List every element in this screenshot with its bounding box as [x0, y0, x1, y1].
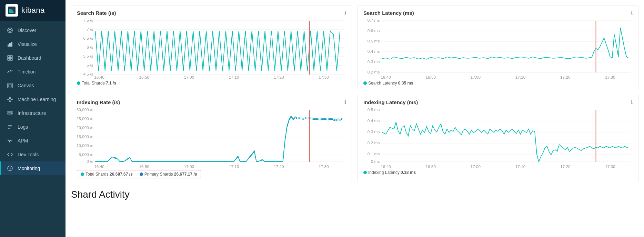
dev-tools-label: Dev Tools [18, 152, 39, 157]
search-rate-svg: 7.5 /s 7 /s 6.5 /s 6 /s 5.5 /s 5 /s 4.5 … [77, 17, 346, 79]
svg-text:16:50: 16:50 [425, 165, 436, 169]
svg-text:0.7 ms: 0.7 ms [368, 19, 380, 22]
svg-text:5.5 /s: 5.5 /s [83, 55, 93, 58]
search-latency-legend: Search Latency 0.35 ms [363, 81, 633, 86]
svg-text:17:00: 17:00 [471, 76, 481, 79]
svg-text:16:40: 16:40 [381, 76, 391, 79]
sidebar-item-canvas[interactable]: Canvas [0, 79, 66, 92]
svg-point-21 [8, 99, 9, 100]
svg-text:5,000 /s: 5,000 /s [79, 153, 93, 157]
svg-text:0.2 ms: 0.2 ms [368, 141, 380, 145]
sidebar-item-monitoring[interactable]: Monitoring [0, 161, 66, 175]
svg-point-4 [9, 29, 11, 31]
svg-text:17:00: 17:00 [471, 165, 481, 169]
timelion-label: Timelion [18, 69, 36, 75]
main-content: Search Rate (/s) ℹ 7.5 /s 7 /s 6.5 /s [66, 0, 644, 237]
svg-text:17:30: 17:30 [605, 165, 615, 169]
svg-text:17:20: 17:20 [274, 165, 284, 169]
search-latency-chart: 0.7 ms 0.6 ms 0.5 ms 0.4 ms 0.3 ms 0.2 m… [363, 17, 633, 79]
indexing-latency-panel: Indexing Latency (ms) ℹ 0.5 ms 0.4 ms 0.… [358, 95, 638, 182]
sidebar-item-visualize[interactable]: Visualize [0, 37, 66, 51]
svg-text:7.5 /s: 7.5 /s [83, 19, 93, 22]
svg-text:0.2 ms: 0.2 ms [368, 70, 380, 74]
sidebar-item-machine-learning[interactable]: Machine Learning [0, 92, 66, 106]
indexing-rate-legend: Total Shards 26,687.67 /s Primary Shards… [77, 170, 346, 178]
dev-tools-icon [7, 151, 13, 158]
svg-text:0.3 ms: 0.3 ms [368, 130, 380, 134]
indexing-latency-header: Indexing Latency (ms) ℹ [363, 99, 633, 105]
svg-rect-14 [8, 58, 10, 60]
svg-text:17:10: 17:10 [515, 165, 526, 169]
svg-text:17:00: 17:00 [184, 165, 194, 169]
svg-text:17:20: 17:20 [560, 76, 571, 79]
visualize-label: Visualize [18, 41, 37, 47]
dashboard-icon [7, 55, 13, 61]
search-latency-info-icon[interactable]: ℹ [631, 10, 633, 16]
indexing-rate-info-icon[interactable]: ℹ [344, 99, 346, 105]
sidebar-item-logs[interactable]: Logs [0, 120, 66, 134]
indexing-latency-legend: Indexing Latency 0.18 ms [363, 170, 633, 175]
indexing-latency-legend-item: Indexing Latency 0.18 ms [363, 170, 416, 175]
svg-text:20,000 /s: 20,000 /s [77, 126, 93, 130]
search-latency-panel: Search Latency (ms) ℹ 0.7 ms 0.6 ms 0.5 … [358, 6, 638, 89]
indexing-rate-chart: 30,000 /s 25,000 /s 20,000 /s 15,000 /s … [77, 107, 346, 169]
svg-text:16:40: 16:40 [381, 165, 391, 169]
search-rate-chart: 7.5 /s 7 /s 6.5 /s 6 /s 5.5 /s 5 /s 4.5 … [77, 17, 346, 79]
svg-text:17:30: 17:30 [605, 76, 615, 79]
svg-text:16:40: 16:40 [94, 76, 104, 79]
indexing-latency-info-icon[interactable]: ℹ [631, 99, 633, 105]
svg-rect-13 [10, 56, 12, 58]
svg-text:0.5 ms: 0.5 ms [368, 108, 380, 112]
svg-text:17:00: 17:00 [184, 76, 194, 79]
svg-text:0.1 ms: 0.1 ms [368, 152, 380, 156]
svg-text:17:20: 17:20 [274, 76, 284, 79]
monitoring-icon [7, 165, 13, 172]
machine-learning-icon [7, 96, 13, 103]
search-rate-legend-value: 7.1 /s [106, 81, 116, 86]
sidebar-item-dev-tools[interactable]: Dev Tools [0, 148, 66, 161]
svg-text:17:10: 17:10 [229, 76, 239, 79]
indexing-rate-header: Indexing Rate (/s) ℹ [77, 99, 346, 105]
indexing-rate-svg: 30,000 /s 25,000 /s 20,000 /s 15,000 /s … [77, 107, 346, 169]
canvas-label: Canvas [18, 83, 34, 88]
search-rate-info-icon[interactable]: ℹ [344, 10, 346, 16]
indexing-latency-dot [363, 171, 367, 174]
search-latency-legend-label: Search Latency [368, 81, 397, 86]
svg-text:4.5 /s: 4.5 /s [83, 72, 93, 76]
indexing-latency-title: Indexing Latency (ms) [363, 99, 418, 105]
shard-activity-title: Shard Activity [71, 188, 638, 200]
indexing-rate-panel: Indexing Rate (/s) ℹ 30,000 /s 25,000 /s [71, 95, 352, 182]
search-rate-title: Search Rate (/s) [77, 10, 116, 16]
search-rate-dot [77, 81, 80, 85]
svg-rect-12 [8, 56, 10, 58]
svg-text:0 /s: 0 /s [87, 160, 93, 164]
svg-text:5 /s: 5 /s [87, 63, 93, 67]
svg-rect-15 [10, 58, 12, 60]
sidebar-item-dashboard[interactable]: Dashboard [0, 51, 66, 65]
primary-shards-value: 26,677.17 /s [174, 172, 197, 177]
svg-rect-17 [9, 84, 11, 87]
indexing-latency-legend-value: 0.18 ms [401, 170, 416, 175]
search-latency-title: Search Latency (ms) [363, 10, 414, 16]
sidebar-item-infrastructure[interactable]: Infrastructure [0, 106, 66, 120]
total-shards-value: 26,687.67 /s [110, 172, 133, 177]
canvas-icon [7, 82, 13, 89]
sidebar-item-discover[interactable]: Discover [0, 23, 66, 37]
logs-label: Logs [18, 124, 28, 130]
indexing-latency-chart: 0.5 ms 0.4 ms 0.3 ms 0.2 ms 0.1 ms 0 ms … [363, 107, 633, 169]
svg-rect-11 [11, 42, 12, 47]
charts-grid: Search Rate (/s) ℹ 7.5 /s 7 /s 6.5 /s [71, 6, 638, 182]
primary-shards-dot [140, 172, 143, 176]
svg-text:16:50: 16:50 [425, 76, 436, 79]
search-latency-legend-value: 0.35 ms [398, 81, 413, 86]
infrastructure-icon [7, 110, 13, 117]
indexing-rate-title: Indexing Rate (/s) [77, 99, 120, 105]
sidebar-item-apm[interactable]: APM [0, 134, 66, 148]
svg-text:0.5 ms: 0.5 ms [368, 39, 380, 43]
svg-text:6 /s: 6 /s [87, 46, 93, 49]
svg-text:17:10: 17:10 [515, 76, 526, 79]
shard-activity-section: Shard Activity [71, 188, 638, 200]
svg-text:0 ms: 0 ms [371, 160, 380, 164]
svg-point-29 [11, 112, 12, 112]
sidebar-item-timelion[interactable]: Timelion [0, 65, 66, 79]
